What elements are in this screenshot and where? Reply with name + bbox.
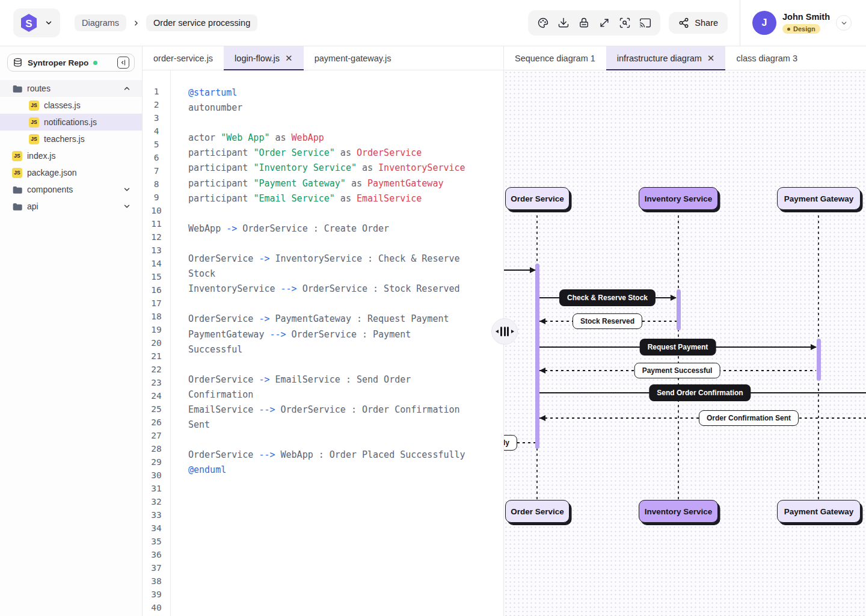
- tree-file-package-json[interactable]: JSpackage.json: [0, 164, 142, 181]
- line-number: 32: [143, 495, 170, 508]
- line-number: 40: [143, 601, 170, 614]
- repo-name: Syntroper Repo: [28, 58, 88, 67]
- message-pill[interactable]: Send Order Confirmation: [649, 384, 751, 401]
- tree-file-teachers-js[interactable]: JSteachers.js: [0, 131, 142, 147]
- scan-search-button[interactable]: [616, 14, 634, 31]
- download-button[interactable]: [554, 14, 573, 31]
- resize-left-arrow-icon: [496, 330, 499, 333]
- line-number: 27: [143, 429, 170, 442]
- breadcrumb-current-page[interactable]: Order service processing: [146, 14, 257, 31]
- message-pill[interactable]: Check & Reserve Stock: [559, 289, 656, 306]
- code-line: participant "Inventory Service" as Inven…: [188, 161, 503, 176]
- line-number: 34: [143, 522, 170, 535]
- js-file-icon: JS: [12, 168, 22, 178]
- chevron-down-icon[interactable]: [123, 202, 131, 211]
- role-badge: Design: [782, 24, 820, 34]
- message-pill[interactable]: Payment Successful: [634, 363, 720, 378]
- diagram-canvas[interactable]: Order ServiceOrder ServiceInventory Serv…: [504, 70, 866, 616]
- js-file-icon: JS: [12, 151, 22, 161]
- panel-collapse-icon: [120, 59, 127, 66]
- repo-selector[interactable]: Syntroper Repo: [7, 54, 135, 72]
- tree-item-label: teachers.js: [44, 134, 85, 144]
- line-number: 2: [143, 98, 170, 111]
- diagram-participant-payment-gateway[interactable]: Payment Gateway: [777, 187, 861, 210]
- role-dot-icon: [787, 28, 790, 31]
- tree-item-label: classes.js: [44, 100, 81, 110]
- line-number: 39: [143, 588, 170, 601]
- share-button[interactable]: Share: [669, 12, 728, 34]
- line-number: 28: [143, 442, 170, 455]
- breadcrumb-diagrams[interactable]: Diagrams: [75, 14, 126, 31]
- diagram-participant-inventory-service[interactable]: Inventory Service: [639, 500, 718, 523]
- diagram-participant-order-service[interactable]: Order Service: [505, 187, 570, 210]
- code-line: actor "Web App" as WebApp: [188, 131, 503, 146]
- panel-resize-handle[interactable]: [491, 318, 518, 345]
- share-button-label: Share: [695, 18, 718, 28]
- line-number: 37: [143, 561, 170, 574]
- scan-search-icon: [619, 17, 631, 29]
- line-number: 29: [143, 455, 170, 469]
- tree-file-index-js[interactable]: JSindex.js: [0, 147, 142, 164]
- lock-button[interactable]: [575, 14, 593, 31]
- arrowhead-icon: [671, 295, 677, 301]
- message-pill[interactable]: Order Confirmation Sent: [699, 410, 799, 426]
- js-file-icon: JS: [29, 134, 39, 144]
- tree-folder-routes[interactable]: routes: [0, 80, 142, 97]
- expand-button[interactable]: [595, 14, 613, 31]
- line-number-gutter: 1234567891011121314151617181920212223242…: [143, 70, 171, 616]
- file-tree: routesJSclasses.jsJSnotifications.jsJSte…: [0, 80, 142, 215]
- palette-icon: [537, 17, 549, 29]
- preview-tab-infrastructure-diagram[interactable]: infrastructure diagram✕: [606, 46, 726, 70]
- folder-icon: [12, 84, 22, 93]
- tree-file-notifications-js[interactable]: JSnotifications.js: [0, 114, 142, 131]
- diagram-participant-payment-gateway[interactable]: Payment Gateway: [777, 500, 861, 523]
- line-number: 20: [143, 336, 170, 350]
- editor-tab-order-service-js[interactable]: order-service.js: [143, 46, 224, 70]
- code-content: @startumlautonumberactor "Web App" as We…: [188, 70, 503, 478]
- editor-tab-bar: order-service.jslogin-flow.js✕payment-ga…: [143, 46, 503, 70]
- toolbar-icon-group: [528, 10, 660, 35]
- download-icon: [557, 17, 570, 29]
- diagram-participant-inventory-service[interactable]: Inventory Service: [639, 187, 718, 210]
- collapse-sidebar-button[interactable]: [117, 57, 129, 69]
- cast-button[interactable]: [636, 14, 654, 31]
- message-pill[interactable]: Stock Reserved: [573, 313, 642, 329]
- line-number: 1: [143, 85, 170, 98]
- activation-bar: [535, 263, 539, 449]
- tab-label: infrastructure diagram: [617, 54, 702, 63]
- close-tab-button[interactable]: ✕: [285, 54, 293, 63]
- top-bar: S Diagrams Order service processing Shar…: [0, 0, 866, 46]
- diagram-participant-order-service[interactable]: Order Service: [505, 500, 570, 523]
- line-number: 5: [143, 138, 170, 151]
- palette-button[interactable]: [534, 14, 552, 31]
- preview-tab-sequence-diagram-1[interactable]: Sequence diagram 1: [504, 46, 606, 70]
- tree-item-label: notifications.js: [44, 117, 97, 127]
- editor-tab-payment-gateway-js[interactable]: payment-gateway.js: [304, 46, 402, 70]
- tab-label: class diagram 3: [736, 54, 797, 63]
- chevron-down-icon[interactable]: [123, 185, 131, 194]
- account-chevron-button[interactable]: [836, 15, 852, 31]
- tree-folder-components[interactable]: components: [0, 181, 142, 198]
- close-tab-button[interactable]: ✕: [707, 54, 715, 63]
- editor-tab-login-flow-js[interactable]: login-flow.js✕: [224, 46, 304, 70]
- account-menu[interactable]: J John Smith Design: [740, 11, 866, 35]
- message-pill[interactable]: Request Payment: [640, 339, 716, 356]
- js-file-icon: JS: [29, 117, 39, 128]
- tree-file-classes-js[interactable]: JSclasses.js: [0, 97, 142, 114]
- file-explorer-sidebar: Syntroper Repo routesJSclasses.jsJSnotif…: [0, 46, 143, 616]
- activation-bar: [817, 339, 821, 381]
- tree-folder-api[interactable]: api: [0, 198, 142, 215]
- code-area[interactable]: 1234567891011121314151617181920212223242…: [143, 70, 503, 616]
- chevron-up-icon[interactable]: [123, 84, 131, 93]
- tree-item-label: api: [27, 202, 38, 211]
- message-pill[interactable]: Order Placed Successfully: [504, 435, 517, 451]
- line-number: 30: [143, 469, 170, 482]
- line-number: 6: [143, 151, 170, 164]
- tree-item-label: package.json: [27, 168, 77, 177]
- workspace-switcher[interactable]: S: [13, 8, 60, 37]
- code-line: OrderService -> PaymentGateway : Request…: [188, 312, 503, 327]
- tab-label: order-service.js: [153, 54, 213, 63]
- preview-tab-class-diagram-3[interactable]: class diagram 3: [725, 46, 808, 70]
- code-line: [188, 206, 503, 221]
- arrowhead-icon: [539, 318, 545, 324]
